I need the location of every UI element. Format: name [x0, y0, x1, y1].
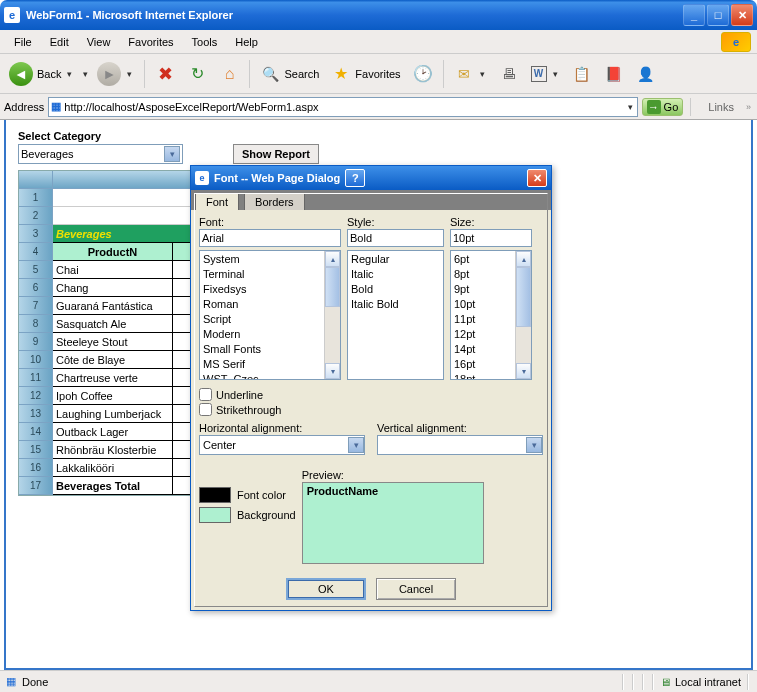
cell[interactable]: Ipoh Coffee — [53, 387, 173, 405]
dialog-help-button[interactable]: ? — [345, 169, 365, 187]
row-header[interactable]: 9 — [19, 333, 53, 351]
font-color-swatch[interactable]: Font color — [199, 487, 296, 503]
list-item[interactable]: MS Serif — [200, 357, 340, 372]
menu-edit[interactable]: Edit — [42, 34, 77, 50]
valign-select[interactable]: ▾ — [377, 435, 543, 455]
grid-corner[interactable] — [19, 171, 53, 189]
list-item[interactable]: Small Fonts — [200, 342, 340, 357]
list-item[interactable]: Italic — [348, 267, 443, 282]
list-item[interactable]: Italic Bold — [348, 297, 443, 312]
menu-view[interactable]: View — [79, 34, 119, 50]
zone-icon: 🖥 — [660, 676, 671, 688]
row-header[interactable]: 1 — [19, 189, 53, 207]
show-report-button[interactable]: Show Report — [233, 144, 319, 164]
list-item[interactable]: Roman — [200, 297, 340, 312]
close-button[interactable]: ✕ — [731, 4, 753, 26]
strike-checkbox[interactable]: Strikethrough — [199, 403, 543, 416]
underline-checkbox[interactable]: Underline — [199, 388, 543, 401]
menu-file[interactable]: File — [6, 34, 40, 50]
print-button[interactable]: 🖶 — [494, 61, 524, 87]
row-header[interactable]: 14 — [19, 423, 53, 441]
cell[interactable]: Guaraná Fantástica — [53, 297, 173, 315]
dialog-titlebar[interactable]: e Font -- Web Page Dialog ? ✕ — [191, 166, 551, 190]
cell[interactable]: Chartreuse verte — [53, 369, 173, 387]
search-button[interactable]: 🔍Search — [255, 61, 324, 87]
cancel-button[interactable]: Cancel — [376, 578, 456, 600]
dialog-close-button[interactable]: ✕ — [527, 169, 547, 187]
size-input[interactable] — [450, 229, 532, 247]
style-input[interactable] — [347, 229, 444, 247]
row-header[interactable]: 16 — [19, 459, 53, 477]
links-label[interactable]: Links — [698, 101, 740, 113]
cell[interactable]: Laughing Lumberjack — [53, 405, 173, 423]
favorites-label: Favorites — [355, 68, 400, 80]
row-header[interactable]: 4 — [19, 243, 53, 261]
style-listbox[interactable]: RegularItalicBoldItalic Bold — [347, 250, 444, 380]
font-listbox[interactable]: SystemTerminalFixedsysRomanScriptModernS… — [199, 250, 341, 380]
row-header[interactable]: 5 — [19, 261, 53, 279]
list-item[interactable]: Regular — [348, 252, 443, 267]
cell[interactable]: Steeleye Stout — [53, 333, 173, 351]
row-header[interactable]: 11 — [19, 369, 53, 387]
list-item[interactable]: Modern — [200, 327, 340, 342]
tab-font[interactable]: Font — [195, 193, 239, 210]
row-header[interactable]: 13 — [19, 405, 53, 423]
list-item[interactable]: Script — [200, 312, 340, 327]
discuss-button[interactable]: 📋 — [567, 61, 597, 87]
messenger-button[interactable]: 👤 — [631, 61, 661, 87]
list-item[interactable]: Terminal — [200, 267, 340, 282]
url-input[interactable] — [64, 101, 625, 113]
status-bar: ▦ Done 🖥 Local intranet — [0, 670, 757, 692]
cell[interactable]: Sasquatch Ale — [53, 315, 173, 333]
bg-color-swatch[interactable]: Background — [199, 507, 296, 523]
row-header[interactable]: 3 — [19, 225, 53, 243]
row-header[interactable]: 17 — [19, 477, 53, 495]
halign-select[interactable]: Center▾ — [199, 435, 365, 455]
cell[interactable]: Côte de Blaye — [53, 351, 173, 369]
menu-help[interactable]: Help — [227, 34, 266, 50]
row-header[interactable]: 2 — [19, 207, 53, 225]
forward-button[interactable]: ► ▾ — [92, 59, 139, 89]
row-header[interactable]: 12 — [19, 387, 53, 405]
minimize-button[interactable]: _ — [683, 4, 705, 26]
list-item[interactable]: System — [200, 252, 340, 267]
history-button[interactable]: 🕑 — [408, 61, 438, 87]
list-item[interactable]: Fixedsys — [200, 282, 340, 297]
home-button[interactable]: ⌂ — [214, 61, 244, 87]
cell[interactable]: Outback Lager — [53, 423, 173, 441]
cell[interactable]: Beverages Total — [53, 477, 173, 495]
refresh-button[interactable]: ↻ — [182, 61, 212, 87]
back-split[interactable]: ▾ — [81, 69, 90, 79]
row-header[interactable]: 8 — [19, 315, 53, 333]
chevron-down-icon[interactable]: ▾ — [626, 102, 635, 112]
row-header[interactable]: 6 — [19, 279, 53, 297]
stop-button[interactable]: ✖ — [150, 61, 180, 87]
cell[interactable]: Chang — [53, 279, 173, 297]
favorites-button[interactable]: ★Favorites — [326, 61, 405, 87]
page-icon: ▦ — [6, 675, 16, 688]
address-input-wrap[interactable]: ▦ ▾ — [48, 97, 637, 117]
cell[interactable]: Rhönbräu Klosterbie — [53, 441, 173, 459]
research-button[interactable]: 📕 — [599, 61, 629, 87]
cell[interactable]: Chai — [53, 261, 173, 279]
size-listbox[interactable]: 6pt8pt9pt10pt11pt12pt14pt16pt18pt▴▾ — [450, 250, 532, 380]
ok-button[interactable]: OK — [286, 578, 366, 600]
row-header[interactable]: 15 — [19, 441, 53, 459]
go-button[interactable]: → Go — [642, 98, 684, 116]
back-button[interactable]: ◄ Back ▾ — [4, 59, 79, 89]
row-header[interactable]: 7 — [19, 297, 53, 315]
row-header[interactable]: 10 — [19, 351, 53, 369]
tab-borders[interactable]: Borders — [244, 193, 305, 210]
cell[interactable]: Lakkalikööri — [53, 459, 173, 477]
menu-tools[interactable]: Tools — [184, 34, 226, 50]
menu-favorites[interactable]: Favorites — [120, 34, 181, 50]
mail-button[interactable]: ✉▾ — [449, 61, 492, 87]
category-select[interactable]: Beverages ▾ — [18, 144, 183, 164]
chevron-right-icon[interactable]: » — [744, 102, 753, 112]
list-item[interactable]: WST_Czec — [200, 372, 340, 380]
list-item[interactable]: Bold — [348, 282, 443, 297]
maximize-button[interactable]: □ — [707, 4, 729, 26]
cell[interactable]: ProductN — [53, 243, 173, 261]
font-input[interactable] — [199, 229, 341, 247]
edit-button[interactable]: W▾ — [526, 63, 565, 85]
